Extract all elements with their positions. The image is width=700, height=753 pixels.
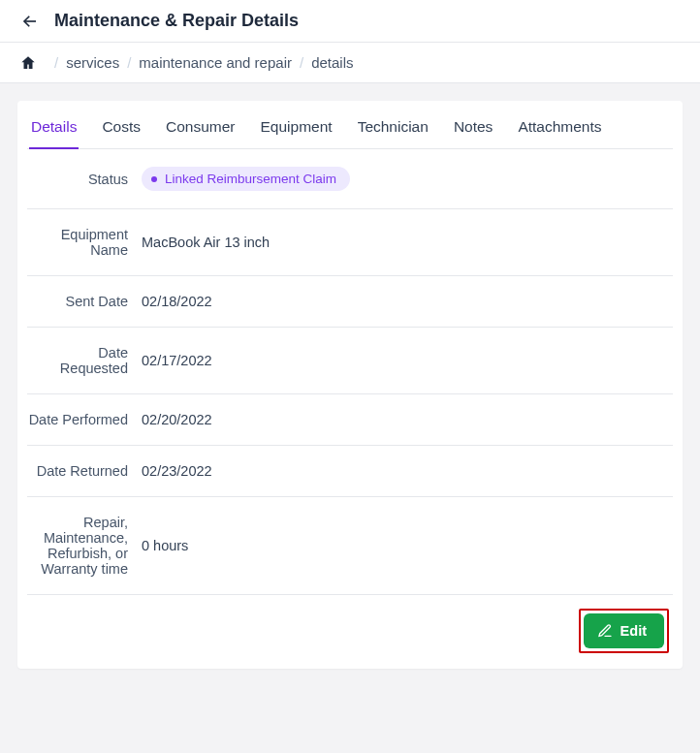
label-time: Repair, Maintenance, Refurbish, or Warra…: [27, 515, 142, 577]
back-button[interactable]: [19, 11, 41, 32]
value-equipment-name: MacBook Air 13 inch: [142, 235, 270, 250]
breadcrumb-separator: /: [127, 54, 131, 71]
top-bar: Maintenance & Repair Details: [0, 0, 700, 43]
breadcrumb-separator: /: [54, 54, 58, 71]
label-date-requested: Date Requested: [27, 345, 142, 376]
breadcrumb-item-details[interactable]: details: [311, 54, 353, 71]
value-date-requested: 02/17/2022: [142, 353, 212, 368]
detail-rows: Status Linked Reimbursement Claim Equipm…: [27, 149, 673, 595]
breadcrumb-item-maintenance[interactable]: maintenance and repair: [139, 54, 292, 71]
actions-row: Edit: [27, 595, 673, 653]
breadcrumb: / services / maintenance and repair / de…: [0, 43, 700, 83]
row-status: Status Linked Reimbursement Claim: [27, 149, 673, 209]
edit-icon: [597, 623, 613, 639]
edit-button[interactable]: Edit: [584, 613, 664, 648]
label-date-performed: Date Performed: [27, 412, 142, 427]
tab-costs[interactable]: Costs: [100, 118, 143, 148]
details-card: Details Costs Consumer Equipment Technic…: [17, 101, 683, 669]
tab-equipment[interactable]: Equipment: [259, 118, 334, 148]
tab-technician[interactable]: Technician: [356, 118, 430, 148]
label-status: Status: [27, 172, 142, 187]
edit-highlight: Edit: [579, 609, 669, 653]
value-date-performed: 02/20/2022: [142, 412, 212, 427]
label-sent-date: Sent Date: [27, 294, 142, 309]
tab-consumer[interactable]: Consumer: [164, 118, 238, 148]
status-dot-icon: [151, 176, 157, 182]
label-date-returned: Date Returned: [27, 463, 142, 479]
breadcrumb-item-services[interactable]: services: [66, 54, 119, 71]
value-time: 0 hours: [142, 538, 188, 553]
row-date-performed: Date Performed 02/20/2022: [27, 394, 673, 446]
row-equipment-name: Equipment Name MacBook Air 13 inch: [27, 209, 673, 276]
tab-notes[interactable]: Notes: [452, 118, 495, 148]
tabs: Details Costs Consumer Equipment Technic…: [27, 118, 673, 149]
status-badge: Linked Reimbursement Claim: [142, 167, 350, 191]
tab-attachments[interactable]: Attachments: [516, 118, 603, 148]
edit-button-label: Edit: [620, 623, 647, 639]
arrow-left-icon: [21, 13, 39, 30]
row-time: Repair, Maintenance, Refurbish, or Warra…: [27, 497, 673, 595]
row-date-requested: Date Requested 02/17/2022: [27, 328, 673, 394]
page-title: Maintenance & Repair Details: [54, 11, 299, 31]
value-sent-date: 02/18/2022: [142, 294, 212, 309]
home-icon[interactable]: [19, 54, 37, 72]
status-badge-text: Linked Reimbursement Claim: [165, 172, 336, 186]
breadcrumb-separator: /: [300, 54, 303, 71]
value-status: Linked Reimbursement Claim: [142, 167, 350, 191]
row-date-returned: Date Returned 02/23/2022: [27, 446, 673, 497]
row-sent-date: Sent Date 02/18/2022: [27, 276, 673, 328]
label-equipment-name: Equipment Name: [27, 227, 142, 258]
value-date-returned: 02/23/2022: [142, 463, 212, 479]
tab-details[interactable]: Details: [29, 118, 79, 149]
